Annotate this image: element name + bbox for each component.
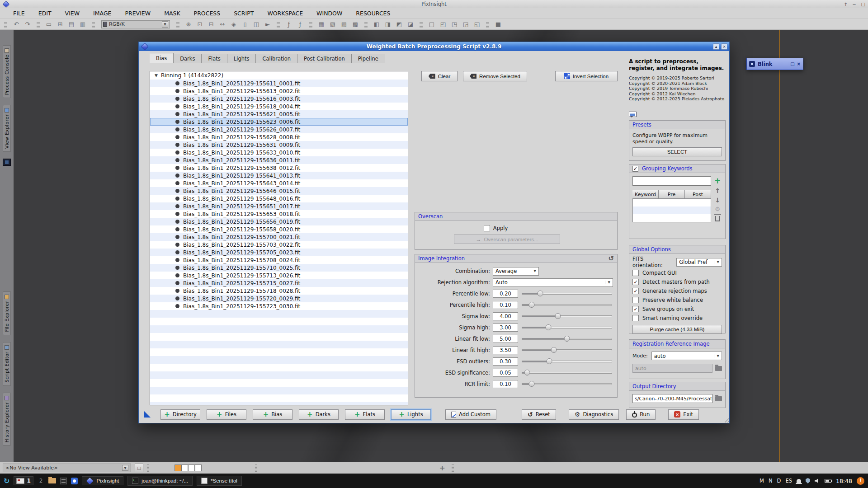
screen-transfer-icon[interactable]: ▩ — [351, 20, 360, 28]
file-row[interactable]: Bias_1.8s_Bin1_20251129-155708_0024.fit — [150, 256, 408, 264]
param-value-field[interactable]: 0.05 — [493, 369, 518, 377]
file-row[interactable]: Bias_1.8s_Bin1_20251129-155723_0030.fit — [150, 302, 408, 310]
invert-selection-button[interactable]: Invert Selection — [555, 71, 618, 81]
blue-app-icon[interactable] — [71, 478, 78, 484]
view-mode-button[interactable]: □ — [135, 464, 143, 472]
move-down-icon[interactable]: ↓ — [715, 197, 720, 203]
session-power-icon[interactable] — [857, 477, 864, 485]
add-directory-button[interactable]: + Directory — [160, 409, 200, 420]
new-preview-icon[interactable]: ▯ — [241, 20, 250, 28]
file-row[interactable]: Bias_1.8s_Bin1_20251129-155700_0021.fit — [150, 233, 408, 241]
add-files-button[interactable]: + Files — [207, 409, 246, 420]
file-row[interactable]: Bias_1.8s_Bin1_20251129-155616_0003.fit — [150, 95, 408, 103]
taskbar-window-button[interactable]: joan@thinkpad: ~/... — [127, 476, 193, 486]
file-row[interactable]: Bias_1.8s_Bin1_20251129-155718_0028.fit — [150, 287, 408, 295]
reset-button[interactable]: ↺ Reset — [522, 409, 556, 420]
param-slider[interactable] — [521, 290, 613, 298]
workspace-1-icon[interactable]: ◰ — [439, 20, 448, 28]
reference-image-field[interactable]: auto — [632, 364, 712, 373]
toolbar-grip[interactable] — [4, 21, 7, 28]
menu-item[interactable]: PREVIEW — [118, 9, 158, 18]
param-slider[interactable] — [521, 312, 613, 320]
taskbar-window-button[interactable]: *Sense títol — [197, 476, 242, 486]
reset-section-icon[interactable]: ↺ — [608, 254, 614, 263]
fit-view-icon[interactable]: ⊡ — [195, 20, 204, 28]
global-options-header[interactable]: Global Options — [629, 245, 725, 254]
comment-bubble-icon[interactable] — [629, 112, 637, 117]
workspace-switcher-icon[interactable]: ↻ — [4, 477, 9, 485]
zoom-to-fit-icon[interactable]: ⊟ — [207, 20, 216, 28]
param-slider[interactable] — [521, 335, 613, 343]
sidebar-tab-view-explorer[interactable]: View Explorer — [3, 105, 11, 152]
tray-indicator[interactable]: M — [760, 478, 764, 484]
option-checkbox[interactable] — [632, 270, 639, 276]
color-swatch[interactable] — [181, 465, 188, 471]
file-row[interactable]: Bias_1.8s_Bin1_20251129-155656_0019.fit — [150, 218, 408, 225]
file-row[interactable]: Bias_1.8s_Bin1_20251129-155628_0008.fit — [150, 133, 408, 141]
mask-select-icon[interactable]: ◪ — [406, 20, 415, 28]
fits-orientation-select[interactable]: Global Pref ▼ — [676, 258, 722, 267]
stf-icon[interactable]: ▨ — [340, 20, 349, 28]
grouping-header[interactable]: Grouping Keywords — [629, 164, 725, 173]
move-up-icon[interactable]: ↑ — [715, 188, 720, 194]
taskbar-window-button[interactable]: PixInsight — [82, 476, 123, 485]
menu-item[interactable]: EDIT — [32, 9, 58, 18]
keyword-input[interactable] — [632, 176, 711, 186]
delete-keyword-icon[interactable] — [715, 216, 720, 221]
slider-thumb[interactable] — [529, 302, 535, 308]
clear-button[interactable]: × Clear — [421, 71, 458, 81]
file-row[interactable]: Bias_1.8s_Bin1_20251129-155658_0020.fit — [150, 225, 408, 233]
table-column-header[interactable]: Keyword — [632, 190, 659, 199]
monitor-icon[interactable]: □ — [427, 20, 436, 28]
drag-corner-icon[interactable] — [144, 411, 151, 418]
purge-cache-button[interactable]: Purge cache (4.33 MiB) — [632, 325, 722, 334]
new-window-icon[interactable]: ⊞ — [56, 20, 65, 28]
workspace-4-icon[interactable]: ◱ — [472, 20, 481, 28]
select-mode-icon[interactable]: ► — [263, 20, 272, 28]
edit-identifier-icon[interactable]: ▭ — [44, 20, 53, 28]
notes-app-icon[interactable] — [60, 478, 67, 484]
security-shield-icon[interactable] — [806, 478, 810, 483]
view-available-combo[interactable]: <No View Available> ▼ — [3, 464, 131, 472]
workspace-2-button[interactable]: 2 — [38, 478, 45, 484]
file-row[interactable]: Bias_1.8s_Bin1_20251129-155623_0006.fit — [150, 118, 408, 126]
slider-track[interactable] — [522, 304, 612, 306]
param-slider[interactable] — [521, 324, 613, 332]
slider-thumb[interactable] — [564, 336, 570, 342]
file-row[interactable]: Bias_1.8s_Bin1_20251129-155618_0004.fit — [150, 103, 408, 110]
sidebar-tab-script-editor[interactable]: Script Editor — [3, 342, 11, 386]
param-value-field[interactable]: 3.00 — [493, 324, 518, 332]
option-checkbox[interactable] — [632, 315, 639, 321]
param-value-field[interactable]: 0.10 — [493, 380, 518, 388]
menu-item[interactable]: FILE — [6, 9, 32, 18]
wbpp-tab[interactable]: Bias — [150, 53, 174, 63]
menu-item[interactable]: IMAGE — [86, 9, 118, 18]
param-slider[interactable] — [521, 369, 613, 377]
add-flats-button[interactable]: + Flats — [345, 409, 385, 420]
file-row[interactable]: Bias_1.8s_Bin1_20251129-155651_0017.fit — [150, 202, 408, 210]
diagnostics-button[interactable]: ⚙ Diagnostics — [569, 409, 619, 420]
maximize-button[interactable]: □ — [790, 61, 794, 66]
redo-icon[interactable]: ↷ — [23, 20, 32, 28]
slider-track[interactable] — [522, 315, 612, 317]
slider-track[interactable] — [522, 372, 612, 374]
grouping-enabled-checkbox[interactable] — [632, 166, 638, 172]
file-row[interactable]: Bias_1.8s_Bin1_20251129-155703_0022.fit — [150, 241, 408, 249]
shade-button[interactable]: ▴ — [713, 43, 719, 50]
file-row[interactable]: Bias_1.8s_Bin1_20251129-155715_0027.fit — [150, 279, 408, 287]
param-slider[interactable] — [521, 380, 613, 388]
notifications-bell-icon[interactable] — [797, 479, 801, 483]
slider-thumb[interactable] — [551, 347, 557, 353]
toolbar-grip[interactable] — [420, 21, 423, 28]
undo-icon[interactable]: ↶ — [12, 20, 21, 28]
table-column-header[interactable]: Post — [685, 190, 711, 199]
view-selector-combo[interactable]: RGB/K ▼ — [101, 20, 170, 28]
close-icon[interactable]: × — [721, 43, 727, 50]
option-checkbox[interactable] — [632, 288, 639, 294]
add-lights-button[interactable]: + Lights — [391, 409, 431, 420]
toolbar-grip[interactable] — [277, 21, 280, 28]
run-button[interactable]: Run — [626, 409, 656, 420]
mask-show-icon[interactable]: ◧ — [372, 20, 381, 28]
slider-track[interactable] — [522, 349, 612, 351]
bias-file-list[interactable]: ▼ Binning 1 (4144x2822) Bias_1.8s_Bin1_2… — [150, 71, 408, 405]
